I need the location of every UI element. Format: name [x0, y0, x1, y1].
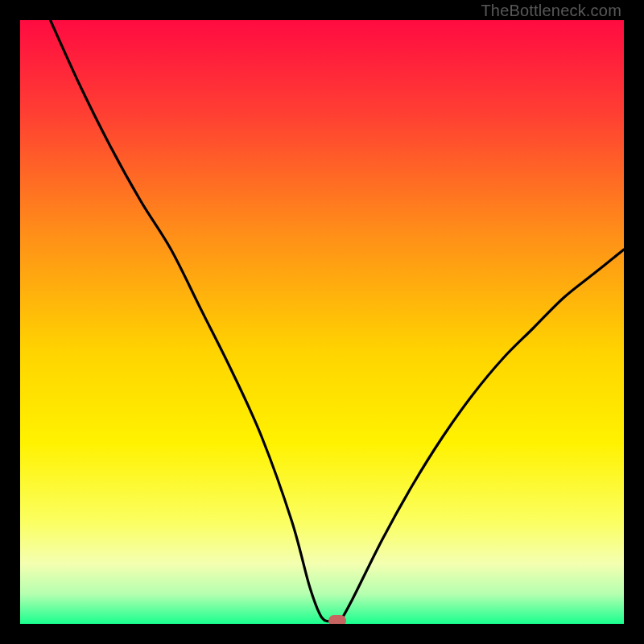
plot-area — [20, 20, 624, 624]
chart-frame: TheBottleneck.com — [0, 0, 644, 644]
watermark-text: TheBottleneck.com — [481, 2, 621, 20]
optimal-point-marker — [328, 615, 346, 624]
bottleneck-curve — [20, 20, 624, 624]
